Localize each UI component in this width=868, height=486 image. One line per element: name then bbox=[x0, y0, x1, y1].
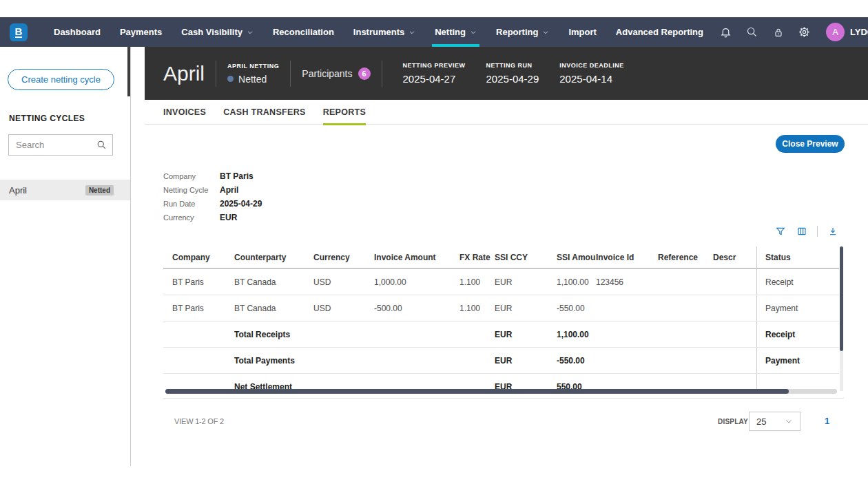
chevron-down-icon bbox=[785, 417, 793, 425]
horizontal-scrollbar-thumb[interactable] bbox=[165, 389, 789, 394]
column-header[interactable]: Currency bbox=[313, 253, 374, 262]
table-toolbar bbox=[774, 225, 839, 237]
info-label: Currency bbox=[163, 213, 220, 222]
cycle-header: April APRIL NETTING Netted Participants … bbox=[145, 47, 868, 100]
cycle-title: April bbox=[163, 62, 205, 85]
nav-item-dashboard[interactable]: Dashboard bbox=[44, 17, 110, 47]
page-size-value: 25 bbox=[756, 416, 766, 427]
page-number[interactable]: 1 bbox=[825, 416, 829, 426]
table-row[interactable]: BT Paris BT Canada USD -500.00 1.100 EUR… bbox=[163, 295, 839, 321]
create-netting-cycle-button[interactable]: Create netting cycle bbox=[8, 69, 114, 90]
user-name[interactable]: LYDON.SACOFF@BOT bbox=[850, 27, 868, 37]
invoice-deadline-date: INVOICE DEADLINE 2025-04-14 bbox=[559, 62, 624, 85]
column-header[interactable]: Descr bbox=[713, 253, 756, 262]
cell-ssi-ccy: EUR bbox=[495, 330, 557, 339]
nav-item-netting[interactable]: Netting bbox=[425, 17, 486, 47]
chevron-down-icon bbox=[409, 29, 415, 36]
netting-run-date: NETTING RUN 2025-04-29 bbox=[486, 62, 539, 85]
nav-item-cash-visibility[interactable]: Cash Visibility bbox=[172, 17, 263, 47]
cell-total-label: Total Receipts bbox=[234, 330, 313, 339]
cell-total-label: Total Payments bbox=[234, 356, 313, 366]
search-icon bbox=[96, 140, 107, 150]
nav-item-reporting[interactable]: Reporting bbox=[486, 17, 559, 47]
nav-item-label: Reporting bbox=[496, 27, 538, 37]
cycle-status: Netted bbox=[238, 74, 267, 85]
column-header[interactable]: SSI Amount bbox=[557, 253, 596, 262]
filter-icon[interactable] bbox=[774, 225, 787, 237]
nav-item-advanced-reporting[interactable]: Advanced Reporting bbox=[606, 17, 713, 47]
cell-fx-rate: 1.100 bbox=[459, 304, 495, 313]
nav-item-label: Netting bbox=[435, 27, 466, 37]
display-label: DISPLAY bbox=[718, 418, 748, 425]
columns-icon[interactable] bbox=[796, 225, 808, 237]
table-bottom-divider bbox=[163, 398, 844, 399]
divider bbox=[216, 61, 216, 87]
column-header-status[interactable]: Status bbox=[756, 246, 839, 268]
cell-company: BT Paris bbox=[172, 277, 234, 287]
cell-currency: USD bbox=[313, 277, 374, 287]
settings-gear-icon[interactable] bbox=[792, 17, 818, 47]
cell-status: Payment bbox=[756, 348, 839, 373]
cell-status: Payment bbox=[756, 295, 839, 321]
vertical-scrollbar-thumb[interactable] bbox=[840, 246, 843, 351]
info-label: Company bbox=[163, 172, 220, 180]
cell-invoice-amount: -500.00 bbox=[374, 304, 459, 313]
nav-item-instruments[interactable]: Instruments bbox=[344, 17, 425, 47]
status-dot-icon bbox=[227, 76, 234, 82]
column-header[interactable]: SSI CCY bbox=[495, 253, 557, 262]
download-icon[interactable] bbox=[827, 225, 839, 237]
column-header[interactable]: Invoice Amount bbox=[374, 253, 459, 262]
column-header[interactable]: Company bbox=[172, 253, 234, 262]
cell-ssi-ccy: EUR bbox=[495, 304, 557, 313]
netting-cycles-sidebar: Create netting cycle NETTING CYCLES Apri… bbox=[0, 47, 131, 466]
nav-item-import[interactable]: Import bbox=[559, 17, 606, 47]
cell-ssi-ccy: EUR bbox=[495, 277, 557, 287]
app-logo-icon[interactable]: B bbox=[10, 23, 28, 41]
column-header[interactable]: Reference bbox=[658, 253, 713, 262]
avatar-initial: A bbox=[832, 27, 838, 37]
user-avatar[interactable]: A bbox=[826, 23, 845, 41]
tab-cash-transfers[interactable]: CASH TRANSFERS bbox=[223, 100, 305, 125]
nav-item-label: Cash Visibility bbox=[181, 27, 242, 37]
notifications-bell-icon[interactable] bbox=[713, 17, 739, 47]
search-icon[interactable] bbox=[739, 17, 765, 47]
lock-icon[interactable] bbox=[765, 17, 792, 47]
date-label: INVOICE DEADLINE bbox=[559, 62, 624, 69]
participants-count-badge: 6 bbox=[358, 67, 371, 80]
info-value: BT Paris bbox=[220, 171, 254, 181]
participants-block[interactable]: Participants 6 bbox=[302, 67, 370, 80]
cell-counterparty: BT Canada bbox=[234, 277, 313, 287]
horizontal-scrollbar[interactable] bbox=[165, 389, 837, 394]
logo-letter: B bbox=[15, 26, 23, 39]
sidebar-search-box bbox=[8, 134, 113, 156]
close-preview-button[interactable]: Close Preview bbox=[776, 135, 845, 153]
table-header-row: Company Counterparty Currency Invoice Am… bbox=[163, 246, 839, 269]
sidebar-search-input[interactable] bbox=[16, 140, 96, 150]
chevron-down-icon bbox=[247, 29, 254, 36]
tab-reports[interactable]: REPORTS bbox=[323, 100, 366, 125]
nav-item-payments[interactable]: Payments bbox=[110, 17, 172, 47]
table-row[interactable]: BT Paris BT Canada USD 1,000.00 1.100 EU… bbox=[163, 269, 839, 295]
column-header[interactable]: Invoice Id bbox=[596, 253, 658, 262]
info-value: EUR bbox=[220, 213, 237, 222]
vertical-scrollbar[interactable] bbox=[840, 246, 843, 391]
page-size-select[interactable]: 25 bbox=[749, 412, 800, 431]
cycle-tabs: INVOICES CASH TRANSFERS REPORTS bbox=[145, 100, 868, 125]
toolbar-divider bbox=[817, 226, 818, 237]
cycle-name: April bbox=[9, 185, 85, 196]
sidebar-scrollbar-thumb[interactable] bbox=[127, 47, 130, 96]
nav-item-reconciliation[interactable]: Reconciliation bbox=[263, 17, 344, 47]
info-value: April bbox=[220, 185, 238, 195]
column-header[interactable]: Counterparty bbox=[234, 253, 313, 262]
cycle-name-label: APRIL NETTING bbox=[227, 63, 279, 70]
tab-invoices[interactable]: INVOICES bbox=[163, 100, 206, 125]
pagination-view-text: VIEW 1-2 OF 2 bbox=[174, 417, 224, 425]
divider bbox=[382, 61, 382, 87]
nav-item-label: Payments bbox=[120, 27, 162, 37]
date-value: 2025-04-29 bbox=[486, 73, 539, 85]
nav-menu: B Dashboard Payments Cash Visibility Rec… bbox=[10, 17, 713, 47]
nav-item-label: Reconciliation bbox=[273, 27, 334, 37]
column-header[interactable]: FX Rate bbox=[459, 253, 495, 262]
participants-label: Participants bbox=[302, 68, 352, 79]
sidebar-item-april[interactable]: April Netted bbox=[0, 180, 130, 200]
